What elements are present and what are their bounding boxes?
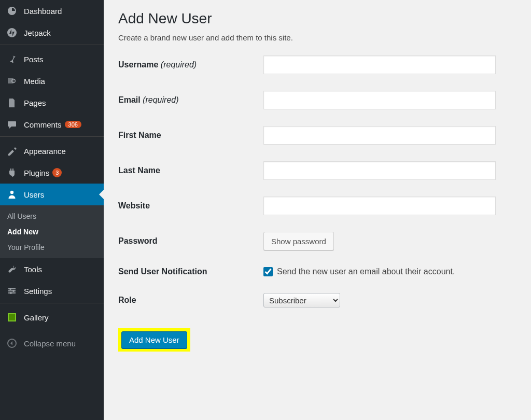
plugins-badge: 3 xyxy=(52,168,62,177)
sidebar-item-label: Comments xyxy=(24,120,62,129)
label-role: Role xyxy=(118,296,263,305)
gallery-icon xyxy=(6,312,18,323)
row-password: Password Show password xyxy=(118,232,516,250)
sidebar-item-label: Tools xyxy=(24,265,42,274)
sidebar-item-label: Jetpack xyxy=(24,29,51,37)
user-form: Username (required) Email (required) Fir… xyxy=(118,55,516,352)
row-notification: Send User Notification Send the new user… xyxy=(118,267,516,276)
input-website[interactable] xyxy=(263,197,496,215)
input-firstname[interactable] xyxy=(263,126,496,145)
sidebar-item-settings[interactable]: Settings xyxy=(0,280,104,302)
sidebar-item-media[interactable]: Media xyxy=(0,70,104,92)
tools-icon xyxy=(6,263,18,275)
sidebar-item-posts[interactable]: Posts xyxy=(0,48,104,70)
label-password: Password xyxy=(118,236,263,246)
input-username[interactable] xyxy=(263,55,496,74)
sidebar-item-jetpack[interactable]: Jetpack xyxy=(0,22,104,44)
label-website: Website xyxy=(118,201,263,211)
sidebar-item-label: Plugins xyxy=(24,169,49,177)
submenu-all-users[interactable]: All Users xyxy=(0,208,104,224)
sidebar-item-comments[interactable]: Comments 306 xyxy=(0,114,104,135)
sidebar-separator xyxy=(0,45,104,48)
media-icon xyxy=(6,75,18,87)
main-content: Add New User Create a brand new user and… xyxy=(104,0,531,420)
submenu-add-new[interactable]: Add New xyxy=(0,224,104,240)
row-username: Username (required) xyxy=(118,55,516,74)
sidebar-item-label: Posts xyxy=(24,55,44,64)
sidebar-separator xyxy=(0,303,104,306)
label-notification: Send User Notification xyxy=(118,267,263,276)
sidebar-item-label: Settings xyxy=(24,287,52,296)
sidebar-item-gallery[interactable]: Gallery xyxy=(0,306,104,328)
label-lastname: Last Name xyxy=(118,166,263,175)
select-role[interactable]: Subscriber xyxy=(263,293,340,307)
sidebar-item-label: Users xyxy=(24,190,44,199)
row-role: Role Subscriber xyxy=(118,293,516,307)
comments-icon xyxy=(6,119,18,130)
submit-highlight: Add New User xyxy=(118,328,190,352)
sidebar-item-dashboard[interactable]: Dashboard xyxy=(0,0,104,22)
pushpin-icon xyxy=(6,53,18,65)
svg-point-0 xyxy=(7,28,17,37)
settings-icon xyxy=(6,285,18,297)
show-password-button[interactable]: Show password xyxy=(263,232,334,250)
sidebar-item-pages[interactable]: Pages xyxy=(0,92,104,114)
row-firstname: First Name xyxy=(118,126,516,145)
input-email[interactable] xyxy=(263,91,496,109)
page-subtitle: Create a brand new user and add them to … xyxy=(118,33,516,42)
label-username: Username (required) xyxy=(118,60,263,69)
checkbox-send-notification[interactable] xyxy=(263,267,273,276)
add-new-user-button[interactable]: Add New User xyxy=(121,331,187,348)
sidebar-item-label: Appearance xyxy=(24,147,66,156)
svg-point-6 xyxy=(12,290,15,292)
sidebar-item-appearance[interactable]: Appearance xyxy=(0,140,104,162)
svg-point-5 xyxy=(9,288,11,290)
submenu-your-profile[interactable]: Your Profile xyxy=(0,240,104,255)
sidebar-item-users[interactable]: Users xyxy=(0,184,104,205)
plugins-icon xyxy=(6,167,18,178)
row-email: Email (required) xyxy=(118,91,516,109)
svg-point-7 xyxy=(10,292,12,294)
sidebar-item-label: Gallery xyxy=(24,313,49,322)
dashboard-icon xyxy=(6,5,18,17)
admin-sidebar: Dashboard Jetpack Posts Media Pages Comm… xyxy=(0,0,104,420)
collapse-label: Collapse menu xyxy=(24,339,76,348)
notification-description: Send the new user an email about their a… xyxy=(277,267,455,276)
svg-point-1 xyxy=(10,191,13,194)
sidebar-item-tools[interactable]: Tools xyxy=(0,258,104,280)
users-icon xyxy=(6,189,18,200)
sidebar-item-label: Media xyxy=(24,77,45,86)
label-firstname: First Name xyxy=(118,131,263,140)
appearance-icon xyxy=(6,145,18,157)
jetpack-icon xyxy=(6,27,18,38)
input-lastname[interactable] xyxy=(263,161,496,180)
comments-badge: 306 xyxy=(65,121,81,128)
page-title: Add New User xyxy=(118,10,516,27)
sidebar-separator xyxy=(0,136,104,140)
users-submenu: All Users Add New Your Profile xyxy=(0,205,104,258)
row-lastname: Last Name xyxy=(118,161,516,180)
label-email: Email (required) xyxy=(118,95,263,105)
collapse-menu[interactable]: Collapse menu xyxy=(0,332,104,354)
collapse-icon xyxy=(6,338,18,349)
sidebar-item-plugins[interactable]: Plugins 3 xyxy=(0,162,104,184)
sidebar-item-label: Dashboard xyxy=(24,7,62,16)
row-website: Website xyxy=(118,197,516,215)
sidebar-item-label: Pages xyxy=(24,99,46,107)
pages-icon xyxy=(6,97,18,108)
